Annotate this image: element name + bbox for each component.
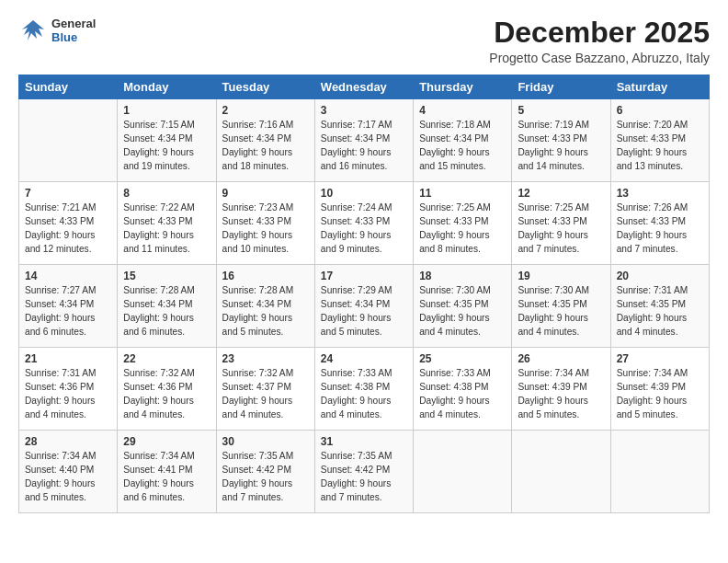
sunrise-text: Sunrise: 7:35 AM bbox=[222, 451, 294, 461]
sunrise-text: Sunrise: 7:30 AM bbox=[518, 285, 589, 295]
daylight-text: Daylight: 9 hours and 4 minutes. bbox=[518, 313, 587, 337]
calendar-day-cell: 7 Sunrise: 7:21 AM Sunset: 4:33 PM Dayli… bbox=[19, 182, 118, 265]
calendar-day-cell: 14 Sunrise: 7:27 AM Sunset: 4:34 PM Dayl… bbox=[19, 265, 118, 348]
day-number: 24 bbox=[321, 352, 407, 365]
page: General Blue December 2025 Progetto Case… bbox=[0, 0, 728, 563]
day-info: Sunrise: 7:23 AM Sunset: 4:33 PM Dayligh… bbox=[222, 201, 309, 256]
day-info: Sunrise: 7:32 AM Sunset: 4:37 PM Dayligh… bbox=[222, 367, 309, 421]
day-number: 27 bbox=[617, 352, 703, 365]
calendar-week-row: 28 Sunrise: 7:34 AM Sunset: 4:40 PM Dayl… bbox=[19, 431, 710, 513]
calendar-day-cell bbox=[512, 431, 610, 513]
day-info: Sunrise: 7:34 AM Sunset: 4:39 PM Dayligh… bbox=[518, 367, 604, 421]
sunset-text: Sunset: 4:42 PM bbox=[222, 465, 291, 475]
daylight-text: Daylight: 9 hours and 4 minutes. bbox=[321, 396, 391, 419]
sunset-text: Sunset: 4:42 PM bbox=[321, 465, 390, 475]
calendar-day-cell: 10 Sunrise: 7:24 AM Sunset: 4:33 PM Dayl… bbox=[314, 182, 413, 265]
calendar-header-cell: Friday bbox=[512, 75, 610, 99]
sunrise-text: Sunrise: 7:18 AM bbox=[419, 120, 491, 130]
sunrise-text: Sunrise: 7:28 AM bbox=[222, 285, 294, 295]
calendar-header-cell: Tuesday bbox=[216, 75, 314, 99]
sunset-text: Sunset: 4:35 PM bbox=[617, 299, 686, 309]
sunset-text: Sunset: 4:33 PM bbox=[419, 216, 488, 226]
calendar-day-cell: 28 Sunrise: 7:34 AM Sunset: 4:40 PM Dayl… bbox=[19, 431, 118, 513]
day-info: Sunrise: 7:34 AM Sunset: 4:40 PM Dayligh… bbox=[25, 450, 111, 504]
daylight-text: Daylight: 9 hours and 4 minutes. bbox=[419, 396, 489, 419]
calendar-day-cell: 9 Sunrise: 7:23 AM Sunset: 4:33 PM Dayli… bbox=[216, 182, 314, 265]
daylight-text: Daylight: 9 hours and 8 minutes. bbox=[419, 230, 489, 254]
day-info: Sunrise: 7:27 AM Sunset: 4:34 PM Dayligh… bbox=[25, 284, 111, 339]
day-number: 11 bbox=[419, 187, 506, 200]
day-info: Sunrise: 7:24 AM Sunset: 4:33 PM Dayligh… bbox=[321, 201, 407, 256]
calendar-day-cell: 25 Sunrise: 7:33 AM Sunset: 4:38 PM Dayl… bbox=[414, 348, 512, 431]
logo-text-blue: Blue bbox=[51, 31, 96, 45]
sunrise-text: Sunrise: 7:17 AM bbox=[321, 120, 392, 130]
calendar-day-cell: 2 Sunrise: 7:16 AM Sunset: 4:34 PM Dayli… bbox=[216, 99, 314, 182]
logo-text-general: General bbox=[51, 17, 96, 31]
sunrise-text: Sunrise: 7:21 AM bbox=[25, 202, 97, 213]
daylight-text: Daylight: 9 hours and 14 minutes. bbox=[518, 147, 587, 171]
calendar-day-cell: 1 Sunrise: 7:15 AM Sunset: 4:34 PM Dayli… bbox=[118, 99, 216, 182]
sunset-text: Sunset: 4:34 PM bbox=[25, 299, 94, 309]
sunrise-text: Sunrise: 7:31 AM bbox=[617, 285, 688, 295]
logo-bird-icon bbox=[18, 17, 48, 46]
day-number: 1 bbox=[123, 104, 210, 117]
sunrise-text: Sunrise: 7:30 AM bbox=[419, 285, 491, 295]
sunset-text: Sunset: 4:34 PM bbox=[222, 299, 291, 309]
day-info: Sunrise: 7:29 AM Sunset: 4:34 PM Dayligh… bbox=[321, 284, 407, 339]
day-info: Sunrise: 7:31 AM Sunset: 4:35 PM Dayligh… bbox=[617, 284, 703, 339]
calendar-day-cell: 23 Sunrise: 7:32 AM Sunset: 4:37 PM Dayl… bbox=[216, 348, 314, 431]
day-number: 3 bbox=[321, 104, 407, 117]
day-info: Sunrise: 7:18 AM Sunset: 4:34 PM Dayligh… bbox=[419, 119, 506, 173]
sunrise-text: Sunrise: 7:16 AM bbox=[222, 120, 294, 130]
calendar-day-cell: 29 Sunrise: 7:34 AM Sunset: 4:41 PM Dayl… bbox=[118, 431, 216, 513]
sunrise-text: Sunrise: 7:34 AM bbox=[617, 368, 688, 378]
sunset-text: Sunset: 4:33 PM bbox=[222, 216, 291, 226]
sunrise-text: Sunrise: 7:27 AM bbox=[25, 285, 97, 295]
sunset-text: Sunset: 4:34 PM bbox=[321, 299, 390, 309]
sunrise-text: Sunrise: 7:15 AM bbox=[123, 120, 195, 130]
day-number: 23 bbox=[222, 352, 309, 365]
daylight-text: Daylight: 9 hours and 5 minutes. bbox=[25, 478, 95, 502]
sunrise-text: Sunrise: 7:33 AM bbox=[419, 368, 491, 378]
daylight-text: Daylight: 9 hours and 4 minutes. bbox=[123, 396, 193, 419]
sunset-text: Sunset: 4:33 PM bbox=[321, 216, 390, 226]
sunset-text: Sunset: 4:33 PM bbox=[123, 216, 192, 226]
day-number: 6 bbox=[617, 104, 703, 117]
sunset-text: Sunset: 4:39 PM bbox=[518, 382, 586, 392]
svg-marker-0 bbox=[22, 20, 44, 40]
sunrise-text: Sunrise: 7:26 AM bbox=[617, 202, 688, 213]
day-number: 13 bbox=[617, 187, 703, 200]
sunset-text: Sunset: 4:34 PM bbox=[123, 133, 192, 144]
day-number: 19 bbox=[518, 270, 604, 282]
daylight-text: Daylight: 9 hours and 7 minutes. bbox=[617, 230, 687, 254]
sunset-text: Sunset: 4:34 PM bbox=[222, 133, 291, 144]
day-info: Sunrise: 7:30 AM Sunset: 4:35 PM Dayligh… bbox=[419, 284, 506, 339]
sunset-text: Sunset: 4:39 PM bbox=[617, 382, 686, 392]
calendar-header-cell: Monday bbox=[118, 75, 216, 99]
day-number: 7 bbox=[25, 187, 111, 200]
calendar-day-cell: 17 Sunrise: 7:29 AM Sunset: 4:34 PM Dayl… bbox=[314, 265, 413, 348]
calendar-week-row: 1 Sunrise: 7:15 AM Sunset: 4:34 PM Dayli… bbox=[19, 99, 710, 182]
sunrise-text: Sunrise: 7:29 AM bbox=[321, 285, 392, 295]
sunrise-text: Sunrise: 7:34 AM bbox=[25, 451, 97, 461]
daylight-text: Daylight: 9 hours and 7 minutes. bbox=[518, 230, 587, 254]
day-number: 15 bbox=[123, 270, 210, 282]
calendar-day-cell bbox=[610, 431, 709, 513]
day-number: 9 bbox=[222, 187, 309, 200]
sunrise-text: Sunrise: 7:34 AM bbox=[518, 368, 589, 378]
day-number: 16 bbox=[222, 270, 309, 282]
daylight-text: Daylight: 9 hours and 9 minutes. bbox=[321, 230, 391, 254]
day-info: Sunrise: 7:35 AM Sunset: 4:42 PM Dayligh… bbox=[321, 450, 407, 504]
daylight-text: Daylight: 9 hours and 6 minutes. bbox=[123, 478, 193, 502]
daylight-text: Daylight: 9 hours and 19 minutes. bbox=[123, 147, 193, 171]
day-number: 17 bbox=[321, 270, 407, 282]
sunrise-text: Sunrise: 7:19 AM bbox=[518, 120, 589, 130]
day-number: 20 bbox=[617, 270, 703, 282]
sunset-text: Sunset: 4:33 PM bbox=[518, 216, 586, 226]
daylight-text: Daylight: 9 hours and 7 minutes. bbox=[321, 478, 391, 502]
calendar-week-row: 21 Sunrise: 7:31 AM Sunset: 4:36 PM Dayl… bbox=[19, 348, 710, 431]
calendar-header-cell: Saturday bbox=[610, 75, 709, 99]
calendar-day-cell: 16 Sunrise: 7:28 AM Sunset: 4:34 PM Dayl… bbox=[216, 265, 314, 348]
sunrise-text: Sunrise: 7:28 AM bbox=[123, 285, 195, 295]
day-number: 8 bbox=[123, 187, 210, 200]
